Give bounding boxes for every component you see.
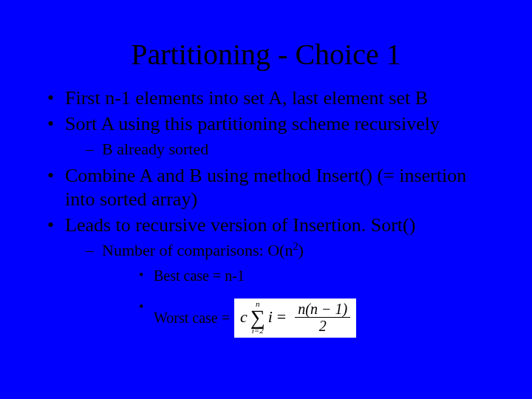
bullet-item: First n-1 elements into set A, last elem… — [44, 86, 488, 111]
sub-bullet-text: B already sorted — [102, 140, 208, 158]
formula-c: c — [240, 307, 248, 327]
bullet-text: Leads to recursive version of Insertion.… — [65, 214, 415, 236]
sub-bullet-item: Number of comparisons: O(n2) Best case =… — [65, 240, 488, 338]
bullet-text: Combine A and B using method Insert() (=… — [65, 165, 466, 211]
formula-image: c n ∑ i=2 i = — [234, 299, 356, 338]
numerator-paren: (n − 1) — [305, 301, 347, 317]
sum-lower: i=2 — [252, 327, 264, 335]
bullet-text: Sort A using this partitioning scheme re… — [65, 113, 440, 134]
bullet-item: Leads to recursive version of Insertion.… — [44, 214, 488, 338]
sub-sub-bullet-list: Best case = n-1 Worst case = c n — [102, 267, 488, 338]
bullet-item: Combine A and B using method Insert() (=… — [44, 164, 488, 212]
sub-bullet-list: Number of comparisons: O(n2) Best case =… — [65, 240, 488, 338]
sub-bullet-list: B already sorted — [65, 139, 488, 160]
slide-title: Partitioning - Choice 1 — [44, 37, 488, 72]
sub-sub-bullet-text: Best case = n-1 — [154, 267, 245, 284]
denominator: 2 — [319, 318, 327, 333]
sub-bullet-text: Number of comparisons: O(n — [102, 241, 293, 259]
bullet-list: First n-1 elements into set A, last elem… — [44, 86, 488, 338]
sub-sub-bullet-item: Worst case = c n ∑ i=2 — [102, 299, 488, 338]
bullet-text: First n-1 elements into set A, last elem… — [65, 87, 428, 109]
sub-sub-bullet-item: Best case = n-1 — [102, 267, 488, 285]
sigma-icon: ∑ — [250, 308, 265, 327]
sub-sub-bullet-text: Worst case = — [154, 309, 230, 327]
fraction: n(n − 1) 2 — [295, 301, 350, 333]
sub-bullet-item: B already sorted — [65, 139, 488, 160]
formula-term: i — [268, 307, 273, 327]
bullet-item: Sort A using this partitioning scheme re… — [44, 112, 488, 160]
equals-sign: = — [277, 307, 286, 327]
summation-symbol: n ∑ i=2 — [250, 300, 265, 335]
numerator-n: n — [298, 301, 305, 317]
superscript: 2 — [293, 240, 298, 252]
slide: Partitioning - Choice 1 First n-1 elemen… — [0, 0, 532, 399]
sub-bullet-text-post: ) — [299, 241, 304, 259]
